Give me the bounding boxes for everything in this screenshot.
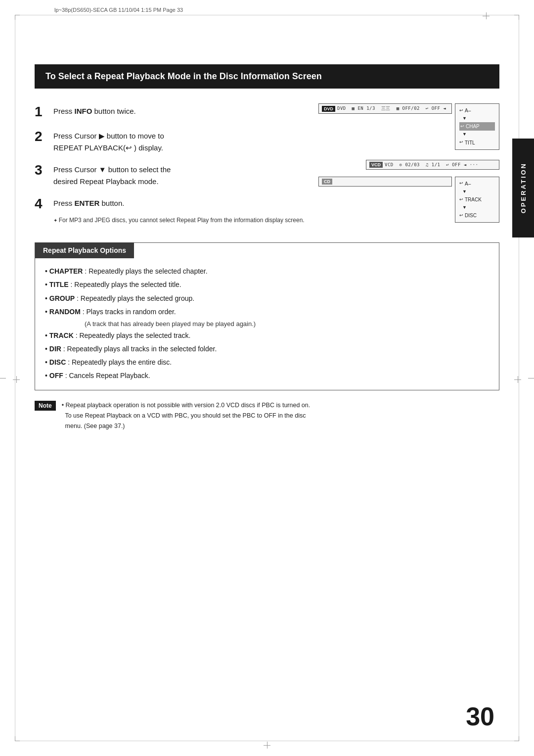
option-group: GROUP : Repeatedly plays the selected gr…: [45, 292, 489, 305]
crosshair-right-margin: [514, 376, 521, 383]
corner-mark-bl: [15, 736, 20, 741]
dvd-section: DVD DVD ▦ EN 1/3 三三 ▦ OFF/02 ↩ OFF ◄ ↩ A…: [318, 103, 499, 150]
step-3: 3 Press Cursor ▼ button to select thedes…: [35, 162, 346, 188]
corner-mark-tr: [514, 15, 519, 20]
vcd-display: VCD VCD ⊙ 02/03 ♫ 1/1 ↩ OFF ◄ ···: [366, 160, 499, 170]
repeat-options-box: Repeat Playback Options CHAPTER : Repeat…: [35, 242, 499, 390]
steps-section: 1 Press INFO button twice. 2 Press Curso…: [35, 103, 499, 233]
step-4: 4 Press ENTER button.: [35, 195, 346, 212]
note-text: • Repeat playback operation is not possi…: [62, 400, 311, 431]
crosshair-top-right: [483, 12, 490, 19]
dvd-display: DVD DVD ▦ EN 1/3 三三 ▦ OFF/02 ↩ OFF ◄: [318, 103, 452, 114]
option-track: TRACK : Repeatedly plays the selected tr…: [45, 330, 489, 342]
corner-mark-br: [514, 736, 519, 741]
option-title: TITLE : Repeatedly plays the selected ti…: [45, 279, 489, 291]
steps-list: 1 Press INFO button twice. 2 Press Curso…: [35, 103, 346, 233]
reg-mark-right: [528, 378, 534, 378]
cd-menu: ↩ A– ▼ ↩ TRACK ▼ ↩ DISC: [455, 177, 499, 223]
options-header: Repeat Playback Options: [35, 242, 134, 258]
page-title: To Select a Repeat Playback Mode in the …: [35, 64, 499, 89]
cd-display: CD: [318, 177, 452, 187]
crosshair-left-margin: [13, 376, 20, 383]
option-random: RANDOM : Plays tracks in random order.: [45, 306, 489, 318]
dvd-menu: ↩ A– ▼ ↩ CHAP ▼ ↩ TITL: [455, 103, 499, 150]
operation-tab: OPERATION: [512, 139, 534, 237]
option-disc: DISC : Repeatedly plays the entire disc.: [45, 356, 489, 369]
page-number: 30: [466, 702, 494, 731]
vcd-section: VCD VCD ⊙ 02/03 ♫ 1/1 ↩ OFF ◄ ···: [366, 160, 499, 170]
crosshair-bottom: [264, 742, 270, 749]
options-content: CHAPTER : Repeatedly plays the selected …: [35, 258, 499, 390]
main-content: OPERATION To Select a Repeat Playback Mo…: [35, 40, 499, 726]
corner-mark-tl: [15, 15, 20, 20]
display-panels: DVD DVD ▦ EN 1/3 三三 ▦ OFF/02 ↩ OFF ◄ ↩ A…: [361, 103, 499, 233]
step-1: 1 Press INFO button twice.: [35, 103, 346, 120]
note-box: Note • Repeat playback operation is not …: [35, 400, 499, 431]
option-random-sub: (A track that has already been played ma…: [85, 319, 489, 330]
cd-section: CD ↩ A– ▼ ↩ TRACK ▼ ↩ DISC: [318, 177, 499, 223]
header-meta: lp~38p(DS650)-SECA GB 11/10/04 1:15 PM P…: [54, 7, 183, 13]
option-chapter: CHAPTER : Repeatedly plays the selected …: [45, 265, 489, 278]
reg-mark-left: [0, 378, 6, 378]
note-label: Note: [35, 401, 56, 411]
step-2: 2 Press Cursor ▶ button to move toREPEAT…: [35, 128, 346, 154]
option-dir: DIR : Repeatedly plays all tracks in the…: [45, 343, 489, 355]
footnote: For MP3 and JPEG discs, you cannot selec…: [53, 216, 346, 225]
option-off: OFF : Cancels Repeat Playback.: [45, 370, 489, 382]
